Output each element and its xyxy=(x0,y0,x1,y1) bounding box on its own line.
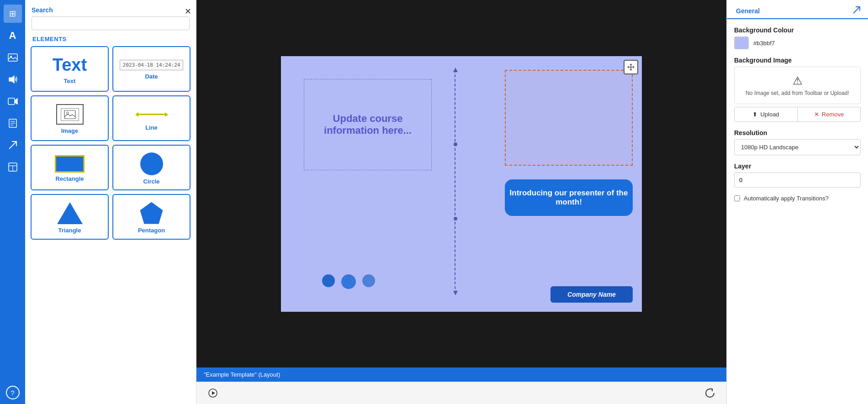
svg-line-16 xyxy=(853,7,860,13)
background-image-label: Background Image xyxy=(734,57,861,64)
layer-input[interactable] xyxy=(734,173,861,188)
element-date-label: Date xyxy=(145,73,158,80)
warning-text: No Image set, add from Toolbar or Upload… xyxy=(746,90,849,96)
image-buttons-row: ⬆ Upload ✕ Remove xyxy=(734,107,861,122)
background-image-group: Background Image ⚠ No Image set, add fro… xyxy=(734,57,861,122)
slide-dot-1[interactable] xyxy=(322,274,335,287)
background-colour-row: #b3bbf7 xyxy=(734,37,861,49)
slide-button-text: Introducing our presenter of the month! xyxy=(509,189,628,207)
element-card-circle[interactable]: Circle xyxy=(112,145,191,190)
element-line-label: Line xyxy=(145,124,158,131)
slide-text-block[interactable]: Update course information here... xyxy=(304,79,432,170)
image-preview-inner xyxy=(61,108,79,121)
svg-rect-12 xyxy=(64,110,75,119)
auto-transitions-row: Automatically apply Transitions? xyxy=(734,195,861,202)
close-panel-button[interactable]: ✕ xyxy=(185,6,191,16)
element-text-label: Text xyxy=(64,78,76,84)
canvas-footer-label: "Example Template" (Layout) xyxy=(204,371,280,378)
canvas-container: Update course information here... Introd… xyxy=(196,0,726,367)
canvas-controls xyxy=(196,382,726,404)
slide-vertical-line xyxy=(455,70,455,294)
upload-button[interactable]: ⬆ Upload xyxy=(734,107,798,122)
svg-rect-0 xyxy=(8,54,17,61)
element-pentagon-label: Pentagon xyxy=(138,227,165,234)
nav-help-icon[interactable]: ? xyxy=(6,386,20,399)
play-button[interactable] xyxy=(206,386,220,400)
nav-sidebar: ⊞ A ? xyxy=(0,0,25,404)
tab-send-icon[interactable] xyxy=(852,6,861,16)
nav-template-icon[interactable] xyxy=(4,158,22,176)
element-triangle-label: Triangle xyxy=(58,227,81,234)
props-panel: General Background Colour #b3bbf7 Backgr… xyxy=(726,0,868,404)
nav-grid-icon[interactable]: ⊞ xyxy=(4,5,22,23)
upload-label: Upload xyxy=(760,111,779,118)
slide-company-btn[interactable]: Company Name xyxy=(550,286,633,303)
layer-label: Layer xyxy=(734,163,861,170)
search-label: Search xyxy=(32,6,190,14)
slide-text-content: Update course information here... xyxy=(309,113,427,136)
slide-arrow-down xyxy=(453,291,458,295)
svg-rect-3 xyxy=(8,98,15,105)
slide-dot-3[interactable] xyxy=(362,274,375,287)
line-preview-inner xyxy=(138,114,165,115)
slide-dot-mid-1 xyxy=(454,142,457,146)
nav-font-icon[interactable]: A xyxy=(4,26,22,45)
background-image-warning-box: ⚠ No Image set, add from Toolbar or Uplo… xyxy=(734,67,861,104)
element-rect-label: Rectangle xyxy=(55,175,84,182)
image-preview xyxy=(56,104,84,125)
resolution-select[interactable]: 1080p HD Landscape 720p HD Landscape 4K … xyxy=(734,139,861,155)
slide-nav-dots xyxy=(322,274,375,289)
nav-audio-icon[interactable] xyxy=(4,70,22,89)
line-preview xyxy=(136,108,168,121)
slide-dot-2[interactable] xyxy=(341,274,356,289)
element-card-image[interactable]: Image xyxy=(31,95,109,141)
slide-dot-mid-2 xyxy=(454,217,457,220)
auto-transitions-label: Automatically apply Transitions? xyxy=(744,195,829,202)
background-colour-group: Background Colour #b3bbf7 xyxy=(734,26,861,49)
canvas-slide: Update course information here... Introd… xyxy=(281,56,642,312)
layer-group: Layer xyxy=(734,163,861,188)
svg-marker-15 xyxy=(212,391,215,395)
background-colour-value: #b3bbf7 xyxy=(753,40,775,47)
element-card-text[interactable]: Text Text xyxy=(31,46,109,92)
background-colour-swatch[interactable] xyxy=(734,37,749,49)
props-content: Background Colour #b3bbf7 Background Ima… xyxy=(727,19,868,209)
slide-blue-button[interactable]: Introducing our presenter of the month! xyxy=(505,179,633,216)
elements-panel: ✕ Search ELEMENTS Text Text 2023-04-18 1… xyxy=(25,0,196,404)
text-preview: Text xyxy=(53,55,87,75)
element-card-line[interactable]: Line xyxy=(112,95,191,141)
background-colour-label: Background Colour xyxy=(734,26,861,34)
nav-pages-icon[interactable] xyxy=(4,114,22,132)
element-card-rectangle[interactable]: Rectangle xyxy=(31,145,109,190)
search-input[interactable] xyxy=(32,16,190,30)
nav-image-icon[interactable] xyxy=(4,48,22,67)
auto-transitions-checkbox[interactable] xyxy=(734,195,740,201)
rect-preview xyxy=(55,155,85,173)
nav-send-icon[interactable] xyxy=(4,136,22,154)
main-area: Update course information here... Introd… xyxy=(196,0,726,404)
elements-section-label: ELEMENTS xyxy=(25,34,196,46)
element-image-label: Image xyxy=(61,127,79,134)
resolution-group: Resolution 1080p HD Landscape 720p HD La… xyxy=(734,129,861,155)
reset-button[interactable] xyxy=(703,386,717,400)
remove-icon: ✕ xyxy=(814,111,819,118)
slide-company-text: Company Name xyxy=(567,291,616,298)
circle-preview xyxy=(140,152,163,175)
nav-video-icon[interactable] xyxy=(4,92,22,110)
move-handle[interactable] xyxy=(624,60,638,74)
canvas-footer: "Example Template" (Layout) xyxy=(196,367,726,382)
slide-image-box[interactable] xyxy=(505,70,633,166)
svg-marker-2 xyxy=(9,76,14,83)
resolution-label: Resolution xyxy=(734,129,861,136)
element-card-pentagon[interactable]: Pentagon xyxy=(112,194,191,240)
remove-button[interactable]: ✕ Remove xyxy=(798,107,861,122)
pentagon-preview xyxy=(140,202,163,224)
element-card-date[interactable]: 2023-04-18 14:24:24 Date xyxy=(112,46,191,92)
upload-icon: ⬆ xyxy=(752,111,757,118)
tab-general[interactable]: General xyxy=(734,4,762,19)
slide-arrow-up xyxy=(453,68,458,72)
elements-grid: Text Text 2023-04-18 14:24:24 Date Image… xyxy=(25,46,196,245)
props-tabs: General xyxy=(727,0,868,19)
triangle-preview xyxy=(57,202,83,224)
element-card-triangle[interactable]: Triangle xyxy=(31,194,109,240)
